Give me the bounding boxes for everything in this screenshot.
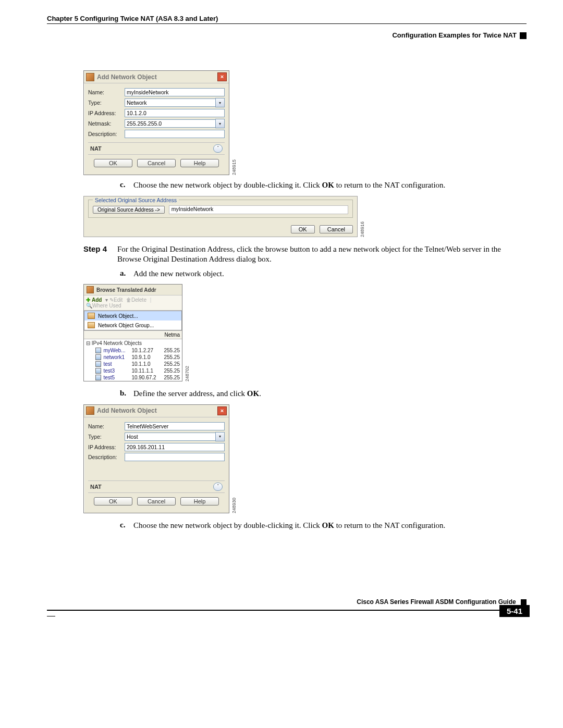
object-ip: 10.90.67.2 xyxy=(131,375,164,380)
object-ip: 10.1.1.0 xyxy=(131,361,164,367)
object-name: test xyxy=(103,361,131,367)
original-source-button[interactable]: Original Source Address -> xyxy=(93,206,165,214)
object-mask: 255.25 xyxy=(164,361,180,367)
ok-button[interactable]: OK xyxy=(94,497,132,505)
add-network-object-dialog-2: Add Network Object × Name: Type: ▾ IP Ad… xyxy=(83,404,229,513)
close-icon[interactable]: × xyxy=(217,406,227,415)
expand-icon[interactable]: ˅ xyxy=(213,483,223,491)
substep-b-tag: b. xyxy=(120,389,133,399)
name-label: Name: xyxy=(88,423,125,429)
host-icon xyxy=(95,361,101,367)
dialog-icon xyxy=(86,73,94,81)
browse-title: Browse Translated Addr xyxy=(96,287,156,293)
name-input[interactable] xyxy=(125,422,225,430)
type-select[interactable] xyxy=(125,433,216,441)
header-rule xyxy=(47,23,527,24)
object-name: test3 xyxy=(103,368,131,374)
substep-c-text: Choose the new network object by double-… xyxy=(133,180,445,191)
list-item[interactable]: test510.90.67.2255.25 xyxy=(84,374,182,381)
footer-guide-title: Cisco ASA Series Firewall ASDM Configura… xyxy=(357,598,516,606)
ip-input[interactable] xyxy=(125,443,225,451)
cancel-button[interactable]: Cancel xyxy=(320,225,353,233)
selected-source-panel: Selected Original Source Address Origina… xyxy=(83,196,358,237)
figure-number: 248930 xyxy=(231,498,237,513)
chevron-down-icon[interactable]: ▾ xyxy=(215,98,225,107)
type-label: Type: xyxy=(88,100,125,106)
close-icon[interactable]: × xyxy=(217,72,227,81)
dialog-icon xyxy=(87,286,94,293)
help-button[interactable]: Help xyxy=(180,159,219,167)
host-icon xyxy=(95,375,101,380)
add-menu-button[interactable]: Add xyxy=(86,297,102,303)
ok-button[interactable]: OK xyxy=(291,225,315,233)
figure-number: 248702 xyxy=(185,366,190,381)
page-footer: Cisco ASA Series Firewall ASDM Configura… xyxy=(47,598,527,611)
host-icon xyxy=(95,354,101,360)
figure-number: 248915 xyxy=(231,159,237,175)
list-item[interactable]: test310.11.1.1255.25 xyxy=(84,367,182,374)
chevron-down-icon[interactable]: ▾ xyxy=(215,432,225,441)
header-chapter: Chapter 5 Configuring Twice NAT (ASA 8.3… xyxy=(47,15,527,22)
desc-label: Description: xyxy=(88,131,125,137)
object-name: network1 xyxy=(103,354,131,360)
delete-button[interactable]: 🗑 Delete xyxy=(126,297,146,303)
substep-a-text: Add the new network object. xyxy=(133,269,224,279)
expand-icon[interactable]: ˅ xyxy=(213,144,223,153)
ok-button[interactable]: OK xyxy=(94,159,132,167)
desc-input[interactable] xyxy=(125,130,225,138)
netmask-input[interactable] xyxy=(125,119,216,128)
object-ip: 10.11.1.1 xyxy=(131,368,164,374)
ip-input[interactable] xyxy=(125,109,225,117)
step4-text: For the Original Destination Address, cl… xyxy=(117,244,527,265)
netmask-label: Netmask: xyxy=(88,120,125,127)
host-icon xyxy=(95,368,101,374)
object-name: myWeb... xyxy=(103,348,131,353)
header-marker-icon xyxy=(520,32,527,39)
substep-c2-tag: c. xyxy=(120,521,133,531)
substep-a-tag: a. xyxy=(120,269,133,279)
host-icon xyxy=(95,348,101,353)
nat-section-label: NAT xyxy=(90,145,102,152)
list-item[interactable]: myWeb...10.1.2.27255.25 xyxy=(84,347,182,354)
selected-source-legend: Selected Original Source Address xyxy=(93,197,179,203)
ip-label: IP Address: xyxy=(88,444,125,450)
object-mask: 255.25 xyxy=(164,354,180,360)
add-dropdown-menu: Network Object... Network Object Group..… xyxy=(84,311,182,330)
group-icon xyxy=(88,322,95,328)
desc-input[interactable] xyxy=(125,453,225,461)
menu-network-object[interactable]: Network Object... xyxy=(84,311,181,320)
object-mask: 255.25 xyxy=(164,348,180,353)
list-item[interactable]: network110.9.1.0255.25 xyxy=(84,354,182,361)
type-select[interactable] xyxy=(125,98,216,107)
type-label: Type: xyxy=(88,434,125,440)
substep-c-tag: c. xyxy=(120,180,133,191)
browse-translated-addr-dialog: Browse Translated Addr Add ▾ ✎ Edit 🗑 De… xyxy=(83,284,182,381)
chevron-down-icon[interactable]: ▾ xyxy=(215,119,225,128)
object-ip: 10.9.1.0 xyxy=(131,354,164,360)
edit-button[interactable]: ✎ Edit xyxy=(109,297,123,303)
dialog2-title: Add Network Object xyxy=(97,407,157,414)
category-ipv4[interactable]: ⊟ IPv4 Network Objects xyxy=(84,339,182,347)
dialog1-title: Add Network Object xyxy=(97,73,157,81)
ip-label: IP Address: xyxy=(88,110,125,116)
dialog-icon xyxy=(86,406,94,415)
name-label: Name: xyxy=(88,89,125,95)
desc-label: Description: xyxy=(88,454,125,460)
name-input[interactable] xyxy=(125,88,225,96)
step4-label: Step 4 xyxy=(83,244,117,265)
substep-c2-text: Choose the new network object by double-… xyxy=(133,521,445,531)
header-section: Configuration Examples for Twice NAT xyxy=(47,31,527,39)
menu-network-object-group[interactable]: Network Object Group... xyxy=(84,320,181,330)
cancel-button[interactable]: Cancel xyxy=(137,159,176,167)
selected-source-value: myInsideNetwork xyxy=(169,205,348,214)
help-button[interactable]: Help xyxy=(180,497,219,505)
object-mask: 255.25 xyxy=(164,375,180,380)
list-item[interactable]: test10.1.1.0255.25 xyxy=(84,361,182,367)
object-icon xyxy=(88,313,95,319)
object-ip: 10.1.2.27 xyxy=(131,348,164,353)
where-used-button[interactable]: 🔍 Where Used xyxy=(86,303,121,309)
cancel-button[interactable]: Cancel xyxy=(137,497,176,505)
page-number: 5-41 xyxy=(499,605,530,617)
footer-rule xyxy=(47,610,527,611)
col-netmask-header: Netma xyxy=(84,331,182,339)
